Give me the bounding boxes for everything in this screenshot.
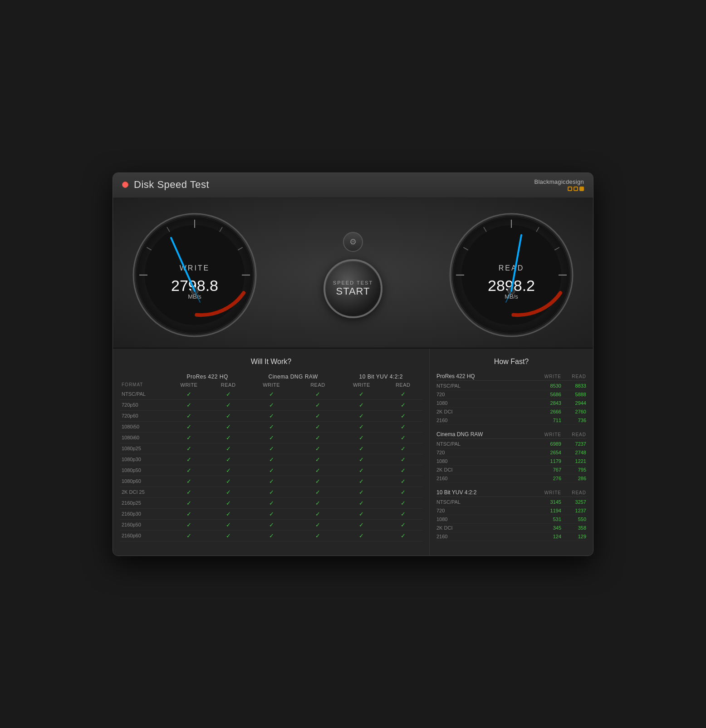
check-mark: ✓ [401, 467, 406, 474]
fast-read-val: 358 [561, 525, 586, 531]
check-mark: ✓ [186, 511, 191, 517]
check-mark: ✓ [269, 456, 274, 463]
app-title: Disk Speed Test [134, 179, 209, 191]
check-mark: ✓ [226, 423, 231, 430]
yuv-group-header: 10 Bit YUV 4:2:2 [339, 372, 422, 381]
write-col-header: WRITE [536, 374, 561, 379]
check-mark: ✓ [186, 500, 191, 507]
check-mark: ✓ [226, 391, 231, 398]
fast-col-headers: WRITE READ [536, 374, 586, 379]
read-gauge-container: READ 2898.2 MB/s [448, 212, 575, 339]
gauge-section: WRITE 2798.8 MB/s ⚙ SPEED TEST START [113, 198, 593, 349]
format-cell: 1080i50 [120, 421, 168, 432]
settings-button[interactable]: ⚙ [343, 232, 363, 252]
fast-read-val: 3257 [561, 499, 586, 505]
start-button[interactable]: SPEED TEST START [324, 259, 382, 318]
format-cell: 1080i60 [120, 432, 168, 443]
fast-row: 1080 531 550 [436, 515, 586, 524]
speed-test-label: SPEED TEST [333, 280, 373, 285]
fast-write-val: 124 [536, 534, 561, 539]
table-row: 1080p30✓✓✓✓✓✓ [120, 454, 422, 465]
fast-read-val: 2748 [561, 450, 586, 455]
check-mark: ✓ [401, 511, 406, 517]
check-mark: ✓ [269, 478, 274, 485]
check-mark: ✓ [401, 402, 406, 408]
check-mark: ✓ [359, 402, 364, 408]
check-mark: ✓ [401, 445, 406, 452]
fast-section-header: ProRes 422 HQ WRITE READ [436, 372, 586, 381]
brand-name: Blackmagicdesign [534, 178, 584, 185]
check-mark: ✓ [315, 500, 320, 507]
fast-row-label: NTSC/PAL [436, 383, 536, 389]
check-mark: ✓ [226, 511, 231, 517]
table-row: 2160p50✓✓✓✓✓✓ [120, 519, 422, 530]
start-label: START [336, 285, 370, 297]
fast-row-label: 720 [436, 450, 536, 455]
check-mark: ✓ [359, 391, 364, 398]
read-col-header: READ [561, 432, 586, 437]
check-mark: ✓ [269, 500, 274, 507]
check-mark: ✓ [226, 445, 231, 452]
app-window: Disk Speed Test Blackmagicdesign [113, 172, 593, 556]
center-controls: ⚙ SPEED TEST START [324, 232, 382, 318]
fast-section: Cinema DNG RAW WRITE READ NTSC/PAL 6989 … [436, 430, 586, 483]
prores-write-header: WRITE [168, 381, 210, 389]
close-button[interactable] [122, 182, 128, 188]
format-cell: NTSC/PAL [120, 389, 168, 400]
fast-row: 2160 124 129 [436, 532, 586, 541]
how-fast-content: ProRes 422 HQ WRITE READ NTSC/PAL 8530 8… [436, 372, 586, 541]
check-mark: ✓ [226, 413, 231, 419]
check-mark: ✓ [401, 434, 406, 441]
prores-group-header: ProRes 422 HQ [168, 372, 247, 381]
check-mark: ✓ [401, 500, 406, 507]
fast-read-val: 5888 [561, 392, 586, 397]
fast-read-val: 7237 [561, 441, 586, 447]
table-row: 1080i60✓✓✓✓✓✓ [120, 432, 422, 443]
write-col-header: WRITE [536, 432, 561, 437]
check-mark: ✓ [186, 391, 191, 398]
check-mark: ✓ [269, 489, 274, 496]
check-mark: ✓ [186, 456, 191, 463]
svg-text:READ: READ [499, 264, 524, 272]
fast-row: NTSC/PAL 6989 7237 [436, 440, 586, 448]
check-mark: ✓ [269, 532, 274, 539]
table-row: NTSC/PAL✓✓✓✓✓✓ [120, 389, 422, 400]
fast-row: 2160 276 286 [436, 474, 586, 483]
check-mark: ✓ [226, 456, 231, 463]
format-cell: 1080p50 [120, 465, 168, 476]
check-mark: ✓ [315, 532, 320, 539]
check-mark: ✓ [401, 413, 406, 419]
read-gauge: READ 2898.2 MB/s [448, 212, 575, 339]
check-mark: ✓ [186, 434, 191, 441]
check-mark: ✓ [359, 489, 364, 496]
check-mark: ✓ [269, 511, 274, 517]
table-row: 2160p30✓✓✓✓✓✓ [120, 508, 422, 519]
check-mark: ✓ [401, 423, 406, 430]
fast-write-val: 711 [536, 418, 561, 423]
format-cell: 2160p50 [120, 519, 168, 530]
format-label: FORMAT [120, 381, 168, 389]
fast-col-headers: WRITE READ [536, 432, 586, 437]
check-mark: ✓ [269, 434, 274, 441]
check-mark: ✓ [401, 532, 406, 539]
title-bar: Disk Speed Test Blackmagicdesign [113, 173, 593, 198]
group-header-row: ProRes 422 HQ Cinema DNG RAW 10 Bit YUV … [120, 372, 422, 381]
fast-row: NTSC/PAL 3145 3257 [436, 498, 586, 507]
data-section: Will It Work? ProRes 422 HQ Cinema DNG R… [113, 349, 593, 556]
check-mark: ✓ [186, 467, 191, 474]
write-gauge-container: WRITE 2798.8 MB/s [131, 212, 258, 339]
fast-row-label: 1080 [436, 458, 536, 464]
check-mark: ✓ [315, 413, 320, 419]
check-mark: ✓ [186, 413, 191, 419]
check-mark: ✓ [315, 478, 320, 485]
check-mark: ✓ [226, 402, 231, 408]
fast-row: 720 1194 1237 [436, 507, 586, 515]
read-col-header: READ [561, 374, 586, 379]
svg-point-3 [145, 225, 245, 325]
check-mark: ✓ [315, 511, 320, 517]
check-mark: ✓ [186, 402, 191, 408]
format-cell: 1080p25 [120, 443, 168, 454]
check-mark: ✓ [269, 445, 274, 452]
fast-row: 2K DCI 767 795 [436, 466, 586, 474]
fast-read-val: 8833 [561, 383, 586, 389]
